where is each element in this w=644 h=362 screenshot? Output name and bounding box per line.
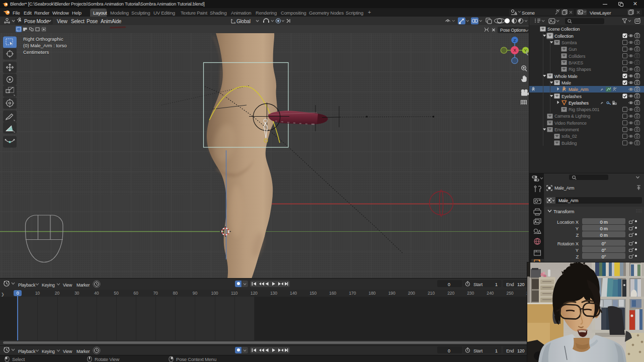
svg-text:Z: Z: [514, 38, 516, 43]
svg-text:X: X: [513, 48, 516, 53]
